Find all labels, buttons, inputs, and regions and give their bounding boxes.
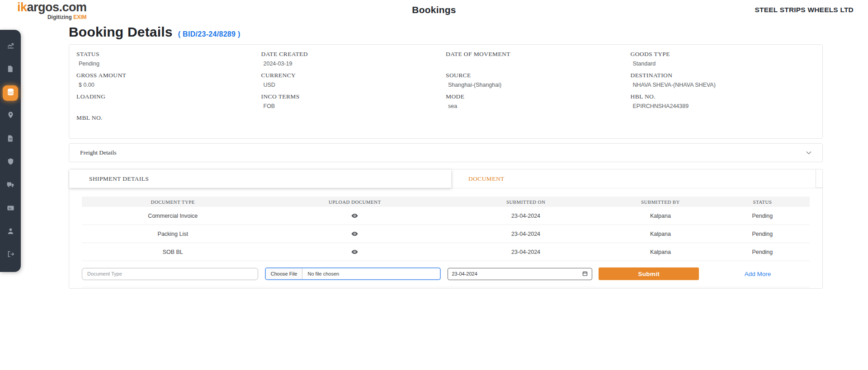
- field-value: Standard: [631, 61, 816, 67]
- detail-field-hbl-no: HBL NO.EPIRCHNSHA244389: [631, 93, 816, 114]
- status-cell: Pending: [715, 249, 810, 255]
- sidebar-item-profile[interactable]: [3, 225, 18, 240]
- detail-field-mbl-no: MBL NO.: [76, 114, 261, 136]
- field-label: DATE CREATED: [261, 51, 446, 58]
- submitted-by-cell: Kalpana: [606, 231, 715, 237]
- freight-details-accordion[interactable]: Freight Details: [69, 143, 823, 162]
- logout-icon: [7, 250, 14, 260]
- column-header-upload-document: UPLOAD DOCUMENT: [264, 199, 446, 205]
- chevron-down-icon[interactable]: [805, 149, 812, 156]
- field-label: GOODS TYPE: [631, 51, 816, 58]
- field-label: DESTINATION: [631, 72, 816, 79]
- column-header-submitted-by: SUBMITTED BY: [606, 199, 715, 205]
- sidebar-item-payments[interactable]: [3, 201, 18, 216]
- field-value: $ 0.00: [76, 82, 261, 89]
- field-value: EPIRCHNSHA244389: [631, 103, 816, 110]
- calendar-icon[interactable]: [582, 271, 588, 277]
- table-row-sob-bl: SOB BL 23-04-2024 Kalpana Pending: [82, 243, 810, 261]
- field-label: INCO TERMS: [261, 93, 446, 100]
- document-type-cell: Commercial Invoice: [82, 213, 264, 219]
- field-label: DATE OF MOVEMENT: [446, 51, 631, 58]
- id-card-icon: [7, 204, 14, 214]
- status-cell: Pending: [715, 213, 810, 219]
- document-type-cell: Packing List: [82, 231, 264, 237]
- tab-bar-end: [816, 169, 822, 188]
- field-label: MBL NO.: [76, 114, 261, 122]
- choose-file-button[interactable]: Choose File: [266, 268, 303, 279]
- sidebar-item-logout[interactable]: [3, 248, 18, 263]
- freight-details-title: Freight Details: [80, 149, 117, 156]
- field-value: 2024-03-19: [261, 61, 446, 67]
- truck-icon: [7, 181, 14, 190]
- detail-field-destination: DESTINATIONNHAVA SHEVA-(NHAVA SHEVA): [631, 72, 816, 93]
- submitted-on-cell: 23-04-2024: [446, 231, 606, 237]
- file-icon: [7, 65, 14, 75]
- logo-text: ikargos.com: [17, 1, 87, 14]
- field-value: [446, 61, 631, 67]
- detail-field-status: STATUSPending: [76, 51, 261, 72]
- detail-field-date-created: DATE CREATED2024-03-19: [261, 51, 446, 72]
- field-value: Pending: [76, 61, 261, 67]
- database-icon: [7, 88, 14, 98]
- sidebar-item-security[interactable]: [3, 155, 18, 170]
- detail-field-inco-terms: INCO TERMSFOB: [261, 93, 446, 114]
- booking-id: ( BID/23-24/8289 ): [178, 30, 241, 38]
- date-value: 23-04-2024: [452, 271, 477, 276]
- logo-i: i: [17, 0, 20, 14]
- top-header: ikargos.com Digitizing EXIM Bookings STE…: [0, 0, 868, 21]
- page-title: Booking Details: [69, 24, 173, 40]
- logo-tagline: Digitizing EXIM: [17, 14, 87, 20]
- file-status-text: No file chosen: [302, 271, 339, 276]
- sidebar-item-bookings[interactable]: [3, 85, 18, 101]
- detail-field-mode: MODEsea: [446, 93, 631, 114]
- eye-icon[interactable]: [351, 230, 359, 238]
- table-row-packing-list: Packing List 23-04-2024 Kalpana Pending: [82, 225, 810, 243]
- detail-field-currency: CURRENCYUSD: [261, 72, 446, 93]
- field-label: MODE: [446, 93, 631, 100]
- column-header-submitted-on: SUBMITTED ON: [446, 199, 606, 205]
- sidebar-item-invoices[interactable]: [3, 131, 18, 147]
- sidebar-nav: [0, 30, 21, 272]
- sidebar-item-locations[interactable]: [3, 108, 18, 124]
- field-value: NHAVA SHEVA-(NHAVA SHEVA): [631, 82, 816, 89]
- page-header-title: Bookings: [412, 5, 456, 15]
- field-label: LOADING: [76, 93, 261, 100]
- table-row-commercial-invoice: Commercial Invoice 23-04-2024 Kalpana Pe…: [82, 207, 810, 225]
- upload-form-row: Choose File No file chosen 23-04-2024 Su…: [82, 261, 810, 287]
- booking-title-row: Booking Details ( BID/23-24/8289 ): [69, 23, 823, 40]
- eye-icon[interactable]: [351, 248, 359, 256]
- field-value: sea: [446, 103, 631, 110]
- tab-shipment-details[interactable]: SHIPMENT DETAILS: [69, 169, 451, 188]
- booking-details-card: STATUSPending DATE CREATED2024-03-19 DAT…: [69, 44, 823, 139]
- field-label: CURRENCY: [261, 72, 446, 79]
- tab-bar: SHIPMENT DETAILS DOCUMENT: [69, 169, 822, 188]
- file-input[interactable]: Choose File No file chosen: [265, 267, 441, 280]
- detail-field-goods-type: GOODS TYPEStandard: [631, 51, 816, 72]
- chart-line-icon: [7, 42, 14, 52]
- submit-button[interactable]: Submit: [599, 267, 699, 280]
- field-label: STATUS: [76, 51, 261, 58]
- logo-k: k: [20, 0, 27, 14]
- company-name: STEEL STRIPS WHEELS LTD: [755, 6, 854, 14]
- document-type-input[interactable]: [82, 268, 258, 280]
- sidebar-item-transport[interactable]: [3, 178, 18, 193]
- ikargos-logo[interactable]: ikargos.com Digitizing EXIM: [17, 1, 87, 20]
- add-more-link[interactable]: Add More: [745, 271, 771, 277]
- shield-icon: [7, 158, 14, 167]
- column-header-document-type: DOCUMENT TYPE: [82, 199, 264, 205]
- submitted-by-cell: Kalpana: [606, 249, 715, 255]
- file-text-icon: [7, 135, 14, 144]
- detail-field-source: SOURCEShanghai-(Shanghai): [446, 72, 631, 93]
- field-label: GROSS AMOUNT: [76, 72, 261, 79]
- eye-icon[interactable]: [351, 212, 359, 220]
- tab-document[interactable]: DOCUMENT: [451, 169, 816, 188]
- sidebar-item-documents[interactable]: [3, 62, 18, 77]
- sidebar-item-analytics[interactable]: [3, 39, 18, 54]
- field-label: SOURCE: [446, 72, 631, 79]
- detail-field-date-of-movement: DATE OF MOVEMENT: [446, 51, 631, 72]
- status-cell: Pending: [715, 231, 810, 237]
- field-value: FOB: [261, 103, 446, 110]
- submitted-by-cell: Kalpana: [606, 213, 715, 219]
- field-label: HBL NO.: [631, 93, 816, 100]
- date-input[interactable]: 23-04-2024: [448, 268, 592, 280]
